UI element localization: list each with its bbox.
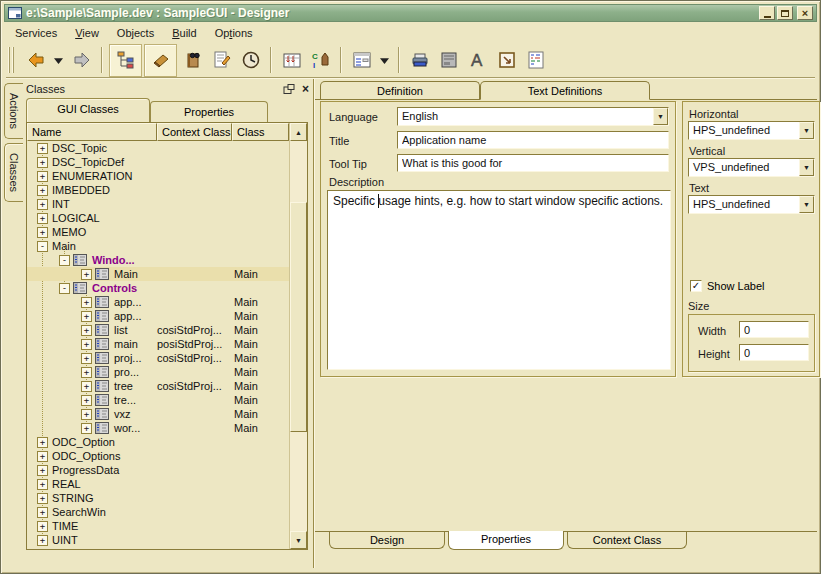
class-interface-button[interactable]: CI [307,46,334,74]
width-input[interactable] [739,321,809,338]
classes-panel-tab[interactable]: Properties [150,101,268,122]
tree-expand-toggle[interactable]: + [37,507,48,518]
back-button[interactable] [22,46,49,74]
column-header[interactable]: Name [27,123,157,141]
tree-expand-toggle[interactable]: + [81,339,92,350]
tree-expand-toggle[interactable]: + [37,465,48,476]
print-button[interactable] [406,46,433,74]
tree-row[interactable]: + ProgressData [27,463,289,477]
tree-row[interactable]: + app... Main [27,295,289,309]
font-button[interactable]: A [464,46,491,74]
show-label-checkbox[interactable]: ✓ [690,280,702,292]
tree-expand-toggle[interactable]: + [81,311,92,322]
side-tab[interactable]: Actions [4,83,23,139]
tree-expand-toggle[interactable]: + [81,423,92,434]
tree-row[interactable]: + tre... Main [27,393,289,407]
reference-book-button[interactable] [179,46,206,74]
tree-expand-toggle[interactable]: - [59,283,70,294]
tree-expand-toggle[interactable]: + [81,381,92,392]
tree-row[interactable]: + SearchWin [27,505,289,519]
detail-tab[interactable]: Definition [320,81,480,99]
tree-row[interactable]: + tree cosiStdProj... Main [27,379,289,393]
side-tab[interactable]: Classes [4,143,23,202]
eraser-button[interactable] [144,44,177,77]
float-window-icon[interactable] [283,84,295,94]
menu-item[interactable]: Options [206,24,262,42]
tree-expand-toggle[interactable]: - [59,255,70,266]
minimize-button[interactable] [759,6,775,20]
edit-document-button[interactable] [208,46,235,74]
horizontal-combo[interactable]: HPS_undefined ▼ [688,121,815,140]
tree-row[interactable]: + LOGICAL [27,211,289,225]
tree-row[interactable]: + list cosiStdProj... Main [27,323,289,337]
combo-dropdown-icon[interactable]: ▼ [799,196,814,213]
tree-expand-toggle[interactable]: - [37,241,48,252]
tree-row[interactable]: + ODC_Options [27,449,289,463]
tree-expand-toggle[interactable]: + [81,395,92,406]
menu-item[interactable]: Services [6,24,66,42]
clock-button[interactable] [237,46,264,74]
tree-expand-toggle[interactable]: + [37,227,48,238]
text-combo[interactable]: HPS_undefined ▼ [688,195,815,214]
image-editor-button[interactable] [493,46,520,74]
maximize-button[interactable] [777,6,793,20]
description-textarea[interactable]: Specific usage hints, e.g. how to start … [327,190,671,370]
combo-dropdown-icon[interactable]: ▼ [799,159,814,176]
tree-row[interactable]: + REAL [27,477,289,491]
column-header[interactable]: Class [232,123,289,141]
tree-row[interactable]: - Controls [27,281,289,295]
close-button[interactable]: × [797,6,813,20]
tree-expand-toggle[interactable]: + [37,451,48,462]
tree-row[interactable]: + ENUMERATION [27,169,289,183]
class-hierarchy-button[interactable] [109,44,142,77]
tree-expand-toggle[interactable]: + [37,479,48,490]
tree-expand-toggle[interactable]: + [37,199,48,210]
tree-row[interactable]: + pro... Main [27,365,289,379]
bottom-tab[interactable]: Design [329,532,445,549]
tree-row[interactable]: + TIME [27,519,289,533]
tree-row[interactable]: + STRING [27,491,289,505]
scroll-down-button[interactable]: ▼ [290,531,307,549]
menu-item[interactable]: Objects [108,24,163,42]
tree-row[interactable]: + INT [27,197,289,211]
tree-row[interactable]: + ODC_Option [27,435,289,449]
tree-scrollbar[interactable]: ▲ ▼ [289,123,307,549]
back-history-dropdown[interactable] [51,46,66,74]
tree-expand-toggle[interactable]: + [81,269,92,280]
tree-row[interactable]: + IMBEDDED [27,183,289,197]
tree-expand-toggle[interactable]: + [81,367,92,378]
title-input[interactable] [397,131,669,149]
tooltip-input[interactable] [397,154,669,172]
tree-expand-toggle[interactable]: + [37,157,48,168]
title-bar[interactable]: e:\Sample\Sample.dev : SampleGUI - Desig… [4,4,817,22]
panel-close-icon[interactable]: × [302,84,309,94]
scrollbar-thumb[interactable] [290,202,307,432]
window-list-dropdown[interactable] [377,46,392,74]
script-list-button[interactable] [522,46,549,74]
build-server-button[interactable] [435,46,462,74]
classes-panel-tab[interactable]: GUI Classes [26,98,150,122]
language-combo[interactable]: English ▼ [397,107,669,126]
column-header[interactable]: Context Class [157,123,232,141]
bottom-tab[interactable]: Context Class [567,532,687,549]
menu-item[interactable]: View [66,24,108,42]
height-input[interactable] [739,344,809,361]
tree-row[interactable]: + UINT [27,533,289,547]
tree-expand-toggle[interactable]: + [37,521,48,532]
tree-expand-toggle[interactable]: + [81,297,92,308]
tree-expand-toggle[interactable]: + [37,437,48,448]
tree-row[interactable]: + Main Main [27,267,289,281]
tree-row[interactable]: + wor... Main [27,421,289,435]
combo-dropdown-icon[interactable]: ▼ [653,108,668,125]
tree-expand-toggle[interactable]: + [37,171,48,182]
tree-row[interactable]: + MEMO [27,225,289,239]
toolbar-grip[interactable] [8,47,15,73]
bottom-tab[interactable]: Properties [448,531,564,550]
forward-button[interactable] [68,46,95,74]
menu-item[interactable]: Build [163,24,205,42]
tree-row[interactable]: + DSC_Topic [27,141,289,155]
tree-expand-toggle[interactable]: + [81,409,92,420]
tree-expand-toggle[interactable]: + [37,213,48,224]
detail-tab[interactable]: Text Definitions [480,81,650,100]
tree-row[interactable]: + app... Main [27,309,289,323]
